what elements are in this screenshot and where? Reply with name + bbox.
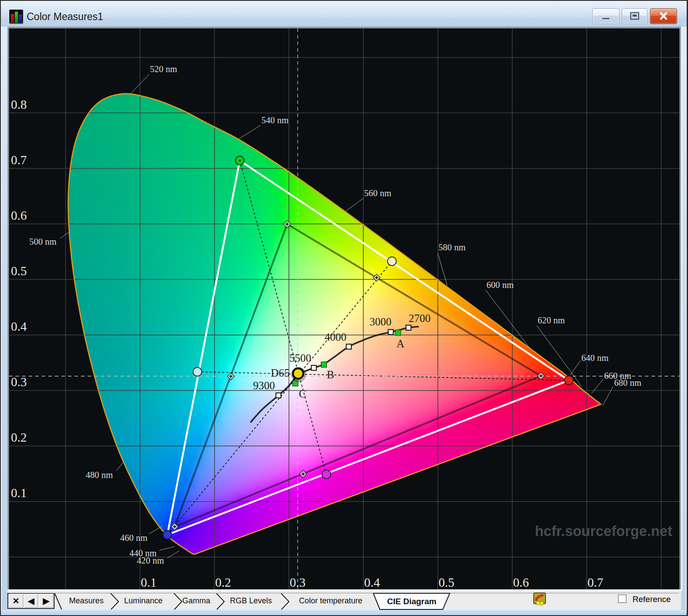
svg-text:0.7: 0.7 (587, 575, 603, 589)
svg-text:0.2: 0.2 (215, 575, 231, 589)
svg-text:0.2: 0.2 (11, 430, 27, 444)
svg-text:540 nm: 540 nm (261, 115, 288, 125)
svg-text:0.4: 0.4 (364, 575, 380, 589)
svg-text:560 nm: 560 nm (364, 188, 391, 198)
svg-text:0.1: 0.1 (141, 575, 156, 589)
svg-text:0.7: 0.7 (11, 153, 27, 167)
svg-text:0.8: 0.8 (11, 97, 27, 111)
svg-text:0.3: 0.3 (290, 575, 306, 589)
svg-text:CIE Diagram: CIE Diagram (387, 597, 437, 606)
svg-text:2700: 2700 (409, 312, 431, 324)
svg-text:0.6: 0.6 (11, 208, 27, 222)
svg-text:640 nm: 640 nm (581, 353, 608, 363)
svg-text:0.5: 0.5 (11, 264, 27, 278)
svg-text:680 nm: 680 nm (614, 378, 641, 388)
svg-text:D65: D65 (271, 367, 289, 379)
svg-text:0.4: 0.4 (11, 319, 27, 333)
svg-text:580 nm: 580 nm (438, 242, 466, 252)
svg-text:0.5: 0.5 (438, 575, 454, 589)
svg-text:A: A (396, 338, 404, 350)
svg-text:0.1: 0.1 (11, 486, 27, 500)
svg-text:500 nm: 500 nm (29, 237, 56, 246)
svg-text:0.6: 0.6 (513, 575, 529, 589)
svg-text:420 nm: 420 nm (137, 556, 164, 565)
svg-text:5500: 5500 (289, 352, 311, 364)
svg-text:520 nm: 520 nm (150, 64, 177, 74)
svg-text:B: B (327, 369, 334, 381)
svg-text:460 nm: 460 nm (120, 533, 147, 543)
svg-text:480 nm: 480 nm (86, 470, 113, 480)
svg-text:620 nm: 620 nm (538, 315, 565, 325)
svg-text:4000: 4000 (325, 331, 347, 343)
svg-text:C: C (299, 388, 306, 400)
svg-text:600 nm: 600 nm (486, 280, 514, 290)
svg-text:hcfr.sourceforge.net: hcfr.sourceforge.net (535, 523, 672, 539)
svg-text:9300: 9300 (253, 380, 275, 391)
svg-text:3000: 3000 (370, 316, 392, 328)
svg-text:0.3: 0.3 (11, 375, 27, 389)
